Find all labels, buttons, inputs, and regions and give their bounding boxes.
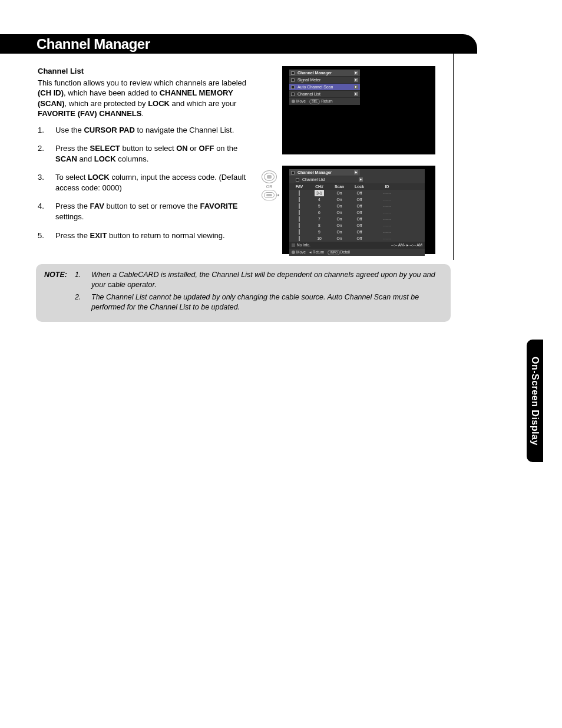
osd-breadcrumb: Channel List▸ — [294, 176, 365, 183]
step-item: 5.Press the EXIT button to return to nor… — [38, 230, 254, 241]
table-row: 4OnOff------ — [289, 196, 425, 203]
table-row: 6OnOff------ — [289, 209, 425, 216]
osd-menu-box: Channel Manager▸ Signal Meter▸ Auto Chan… — [289, 70, 360, 105]
step-item: 3.To select LOCK column, input the acces… — [38, 172, 254, 193]
remote-cursor-icon — [262, 190, 277, 200]
table-row: 8OnOff------ — [289, 222, 425, 229]
remote-select-icon — [262, 170, 277, 183]
osd-menu-item: Auto Channel Scan▸ — [289, 84, 360, 91]
osd-channel-list-screenshot: Channel Manager▸ Channel List▸ FAVCH#Sca… — [282, 166, 435, 254]
note-item: NOTE: 1. When a CableCARD is installed, … — [44, 270, 442, 290]
osd-menu-screenshot: Channel Manager▸ Signal Meter▸ Auto Chan… — [282, 66, 435, 154]
info-row: No Info. --:-- AM- ▸ --:-- AM — [289, 242, 425, 249]
page-title-bar: Channel Manager — [0, 34, 477, 54]
table-row: 3-1OnOff------ — [289, 190, 425, 196]
divider — [453, 54, 454, 260]
table-row: 5OnOff------ — [289, 203, 425, 209]
side-tab: On-Screen Display — [527, 340, 543, 462]
table-row: 7OnOff------ — [289, 216, 425, 222]
or-label: OR — [260, 185, 279, 189]
page-title: Channel Manager — [37, 36, 150, 52]
table-row: 9OnOff------ — [289, 229, 425, 235]
osd-menu-item: Channel List▸ — [289, 91, 360, 98]
note-box: NOTE: 1. When a CableCARD is installed, … — [36, 264, 451, 322]
channel-table: FAVCH#ScanLockID 3-1OnOff------4OnOff---… — [289, 183, 425, 242]
intro-paragraph: This function allows you to review which… — [38, 78, 254, 119]
body-text: Channel List This function allows you to… — [38, 66, 254, 249]
step-item: 2.Press the SELECT button to select ON o… — [38, 143, 254, 164]
table-row: 10OnOff------ — [289, 235, 425, 242]
section-heading: Channel List — [38, 66, 254, 77]
note-item: 2. The Channel List cannot be updated by… — [44, 292, 442, 312]
osd-menu-item: Signal Meter▸ — [289, 77, 360, 84]
osd-hint-row: Move ◂ Return INFODetail — [289, 249, 425, 256]
steps-list: 1.Use the CURSOR PAD to navigate the Cha… — [38, 125, 254, 241]
osd-hint-row: MoveSEL Return — [289, 98, 360, 105]
osd-menu-title: Channel Manager▸ — [289, 70, 360, 77]
step-item: 1.Use the CURSOR PAD to navigate the Cha… — [38, 125, 254, 136]
osd-channel-list-box: Channel Manager▸ Channel List▸ FAVCH#Sca… — [289, 169, 425, 256]
remote-button-icons: OR — [260, 169, 279, 202]
table-header: FAVCH#ScanLockID — [289, 183, 425, 190]
step-item: 4.Press the FAV button to set or remove … — [38, 201, 254, 222]
osd-breadcrumb: Channel Manager▸ — [289, 169, 360, 176]
